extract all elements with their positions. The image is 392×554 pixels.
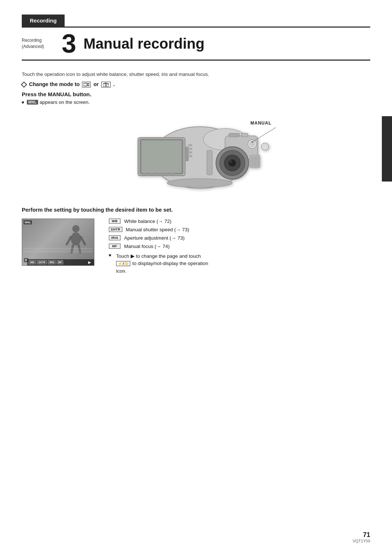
mf-text: Manual focus (→ 74): [124, 244, 170, 249]
manual-annotation: MANUAL: [250, 121, 279, 144]
step1-line: Change the mode to or .: [22, 81, 370, 87]
chapter-label: Recording (Advanced): [22, 37, 58, 50]
manual-label-text: MANUAL: [250, 121, 271, 126]
display-toggle-icon: ⚡/🔆: [116, 261, 130, 266]
bullet-dot: [22, 101, 24, 103]
svg-rect-27: [188, 151, 192, 154]
perform-content: MNL: [22, 219, 370, 275]
wb-text: White balance (→ 72): [124, 219, 172, 224]
svg-rect-24: [207, 150, 212, 175]
svg-rect-26: [188, 148, 192, 150]
iris-screen-icon: IRIS: [48, 260, 56, 264]
touch-bullet-dot: [109, 254, 111, 256]
doc-code: VQT1Y59: [353, 539, 370, 543]
wb-badge: WB: [109, 219, 121, 224]
svg-rect-33: [163, 173, 168, 176]
svg-rect-34: [170, 173, 175, 176]
screen-arrow-icon: ▶: [88, 260, 93, 264]
touch-note-text: Touch ▶ to change the page and touch ⚡/🔆…: [116, 253, 208, 275]
touch-note: Touch ▶ to change the page and touch ⚡/🔆…: [109, 253, 370, 275]
main-content: Touch the operation icon to adjust white…: [0, 61, 392, 289]
intro-text: Touch the operation icon to adjust white…: [22, 72, 370, 77]
chapter-number: 3: [62, 30, 76, 57]
step2-heading: Press the MANUAL button.: [22, 91, 370, 97]
svg-point-16: [229, 159, 236, 167]
shtr-badge: SHTR: [109, 227, 122, 232]
iris-badge: IRIS: [109, 235, 121, 240]
screen-mnl-indicator: MNL: [24, 220, 32, 224]
svg-line-47: [81, 237, 85, 244]
feature-list: WB White balance (→ 72) SHTR Manual shut…: [109, 219, 370, 275]
sidebar-decoration-bar: [382, 116, 392, 182]
svg-point-45: [71, 232, 81, 245]
svg-rect-28: [188, 155, 192, 157]
shtr-screen-icon: SHTR: [37, 260, 47, 264]
chapter-header: Recording (Advanced) 3 Manual recording: [22, 27, 370, 61]
feature-item-mf: MF Manual focus (→ 74): [109, 244, 370, 249]
svg-point-44: [72, 225, 79, 232]
svg-rect-19: [241, 133, 248, 137]
camera-mode-icon: [101, 82, 111, 87]
svg-marker-1: [87, 83, 89, 86]
step1-text: Change the mode to or .: [29, 81, 115, 87]
svg-point-29: [167, 179, 232, 187]
svg-rect-2: [103, 83, 109, 87]
svg-rect-0: [83, 83, 87, 86]
svg-rect-9: [142, 140, 181, 173]
svg-rect-18: [229, 133, 240, 137]
screen-thumbnail: MNL: [22, 219, 94, 266]
svg-point-17: [230, 160, 232, 163]
screen-bottom-icons: WB SHTR IRIS MF ▶: [27, 259, 94, 265]
svg-rect-30: [142, 173, 148, 176]
camera-image: MANUAL: [109, 114, 283, 194]
wb-screen-icon: WB: [29, 260, 36, 264]
diamond-icon: [21, 81, 27, 87]
svg-rect-31: [149, 173, 155, 176]
svg-point-5: [107, 84, 108, 85]
svg-rect-25: [188, 144, 192, 146]
recording-tab: Recording: [22, 15, 65, 27]
mf-badge: MF: [109, 244, 121, 249]
feature-item-wb: WB White balance (→ 72): [109, 219, 370, 224]
step3-section: Perform the setting by touching the desi…: [22, 207, 370, 275]
svg-point-43: [252, 141, 253, 143]
video-mode-icon: [82, 82, 91, 87]
svg-rect-32: [156, 173, 162, 176]
header-section: Recording Recording (Advanced) 3 Manual …: [0, 0, 392, 61]
step2-section: Press the MANUAL button. MNL appears on …: [22, 91, 370, 105]
chapter-title: Manual recording: [83, 36, 204, 52]
mnl-badge: MNL: [27, 100, 38, 105]
or-text: or: [93, 81, 99, 87]
shtr-text: Manual shutter speed (→ 73): [126, 227, 189, 232]
step2-bullet: MNL appears on the screen.: [22, 99, 370, 105]
feature-item-shtr: SHTR Manual shutter speed (→ 73): [109, 227, 370, 232]
svg-line-42: [252, 127, 276, 142]
footer: 71 VQT1Y59: [353, 531, 370, 543]
mf-screen-icon: MF: [57, 260, 63, 264]
svg-line-46: [67, 237, 71, 244]
perform-heading: Perform the setting by touching the desi…: [22, 207, 370, 213]
svg-point-23: [263, 144, 267, 149]
camera-diagram: MANUAL: [22, 112, 370, 196]
svg-point-3: [105, 84, 107, 86]
feature-item-iris: IRIS Aperture adjustment (→ 73): [109, 235, 370, 241]
page-number: 71: [353, 531, 370, 539]
iris-text: Aperture adjustment (→ 73): [124, 235, 185, 241]
manual-line-svg: [250, 126, 279, 144]
